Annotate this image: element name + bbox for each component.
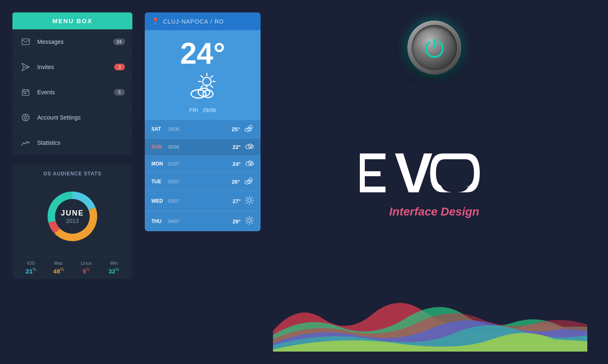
os-bar-value-win: 32%: [102, 267, 126, 275]
svg-line-61: [247, 218, 247, 218]
right-section: Interface Design: [273, 12, 596, 352]
donut-container: JUNE 2013: [39, 183, 105, 249]
forecast-list: SAT 29/06 25° SUN 30/06 22° MON 01/07 24…: [145, 120, 261, 231]
svg-point-9: [24, 116, 27, 119]
os-bar-label-win: Win: [102, 261, 126, 266]
svg-line-64: [247, 223, 247, 223]
forecast-day: SUN: [151, 144, 168, 150]
forecast-row-wed: WED 03/07 27°: [145, 191, 261, 211]
current-temp: 24°: [151, 38, 254, 68]
svg-rect-0: [22, 39, 29, 45]
svg-line-15: [201, 76, 203, 77]
svg-line-16: [211, 76, 213, 77]
country-code: RO: [214, 18, 224, 25]
weather-main: 24°: [145, 30, 261, 120]
os-stats-title: OS AUDIENCE STATS: [17, 171, 127, 177]
current-day: FRI: [189, 107, 198, 113]
current-day-date: FRI 29/06: [151, 107, 254, 113]
menu-label-invites: Invites: [37, 64, 114, 70]
weather-location: CLUJ-NAPOCA / RO: [163, 18, 224, 25]
menu-item-statistics[interactable]: Statistics: [12, 130, 132, 155]
svg-rect-67: [360, 171, 381, 176]
svg-rect-68: [360, 187, 385, 192]
menu-label-statistics: Statistics: [37, 139, 125, 146]
os-bar-value-mac: 48%: [47, 267, 71, 275]
current-date: 29/06: [203, 107, 216, 113]
forecast-temp: 24°: [232, 161, 241, 167]
forecast-row-thu: THU 04/07 29°: [145, 211, 261, 231]
power-icon: [423, 36, 446, 59]
evo-subtitle: Interface Design: [356, 205, 513, 218]
city-name: CLUJ-NAPOCA: [163, 18, 208, 25]
svg-line-62: [251, 223, 252, 223]
paper-plane-icon: [20, 61, 31, 73]
os-bar-value-linux: 9%: [74, 267, 98, 275]
forecast-date: 03/07: [168, 199, 232, 204]
gear-icon: [20, 112, 31, 123]
os-bar-label-mac: Mac: [47, 261, 71, 266]
forecast-icon-cloudy: [245, 143, 254, 151]
menu-item-events[interactable]: Events 5: [12, 80, 132, 105]
forecast-date: 01/07: [168, 161, 232, 166]
menu-label-messages: Messages: [37, 38, 113, 45]
forecast-icon-partly-cloudy: [244, 125, 254, 134]
wave-svg: [273, 294, 587, 352]
forecast-temp: 26°: [232, 179, 240, 185]
wave-chart: [273, 294, 596, 352]
svg-line-17: [201, 86, 203, 87]
left-column: MENU BOX Messages 24 Invites 3 Events 5 …: [12, 12, 132, 279]
menu-item-invites[interactable]: Invites 3: [12, 55, 132, 80]
svg-rect-7: [24, 93, 25, 94]
forecast-date: 02/07: [168, 179, 232, 184]
badge-invites: 3: [114, 64, 125, 70]
menu-item-account-settings[interactable]: Account Settings: [12, 105, 132, 130]
svg-line-63: [251, 218, 252, 218]
evo-logo: [356, 150, 513, 202]
donut-center: JUNE 2013: [61, 209, 84, 224]
menu-box: MENU BOX Messages 24 Invites 3 Events 5 …: [12, 12, 132, 155]
os-bar-value-ios: 21%: [19, 267, 43, 275]
forecast-day: THU: [151, 218, 168, 224]
svg-line-54: [251, 197, 252, 198]
forecast-day: SAT: [151, 126, 168, 132]
menu-label-events: Events: [37, 89, 114, 96]
forecast-icon-cloudy: [245, 160, 254, 168]
donut-month: JUNE: [61, 209, 84, 218]
donut-year: 2013: [61, 218, 84, 224]
weather-widget: 📍 CLUJ-NAPOCA / RO 24°: [145, 12, 261, 231]
svg-line-55: [247, 202, 247, 203]
forecast-temp: 25°: [232, 126, 240, 132]
forecast-row-sun: SUN 30/06 22°: [145, 139, 261, 156]
svg-rect-66: [360, 153, 385, 159]
os-stats-panel: OS AUDIENCE STATS JUNE 2013 iOS 21% Mac …: [12, 163, 132, 279]
forecast-temp: 29°: [232, 218, 241, 225]
forecast-row-tue: TUE 02/07 26°: [145, 172, 261, 191]
power-button[interactable]: [407, 21, 461, 74]
svg-point-40: [249, 178, 252, 181]
weather-condition-icon: [184, 72, 221, 101]
evo-section: Interface Design: [356, 150, 513, 218]
mail-icon: [20, 36, 31, 48]
forecast-date: 29/06: [168, 127, 232, 132]
forecast-temp: 27°: [232, 198, 241, 204]
power-button-area: [407, 12, 461, 74]
menu-item-messages[interactable]: Messages 24: [12, 29, 132, 55]
svg-line-52: [247, 197, 247, 198]
weather-icon-area: [151, 72, 254, 103]
weather-header: 📍 CLUJ-NAPOCA / RO: [145, 12, 261, 30]
forecast-row-mon: MON 01/07 24°: [145, 156, 261, 172]
forecast-icon-sunny: [245, 216, 254, 227]
os-bar-ios: iOS 21%: [17, 256, 45, 279]
donut-chart-area: JUNE 2013: [17, 183, 127, 249]
badge-messages: 24: [113, 38, 125, 45]
svg-marker-69: [395, 153, 432, 192]
svg-point-56: [248, 219, 251, 222]
country-separator: /: [211, 18, 215, 25]
svg-point-27: [249, 125, 252, 129]
chart-icon: [20, 137, 31, 148]
os-bars: iOS 21% Mac 48% Linux 9% Win 32%: [17, 256, 127, 279]
menu-title: MENU BOX: [12, 12, 132, 29]
svg-line-18: [211, 86, 213, 87]
os-bar-label-ios: iOS: [19, 261, 43, 266]
forecast-icon-sunny: [245, 196, 254, 206]
